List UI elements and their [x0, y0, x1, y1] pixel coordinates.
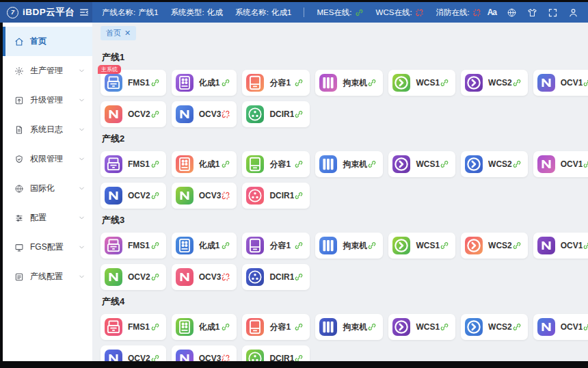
link-icon [221, 78, 230, 88]
tab-close-icon[interactable]: ✕ [124, 29, 131, 37]
card-grid: FMS1化成1分容1拘束机WCS1WCS2OCV1OCV2OCV3DCIR1 [101, 314, 580, 361]
link-broken-icon [221, 191, 230, 200]
fms-icon [105, 74, 122, 92]
card-label: DCIR1 [269, 191, 294, 200]
system-card-拘束机[interactable]: 拘束机 [315, 314, 383, 340]
link-icon [150, 78, 160, 88]
sidebar-collapse-icon[interactable] [79, 7, 90, 18]
system-card-WCS1[interactable]: WCS1 [388, 233, 455, 259]
sidebar-item-FGS配置[interactable]: FGS配置 [3, 233, 92, 262]
ocv-icon [537, 74, 555, 92]
language-globe-icon[interactable] [507, 8, 517, 18]
system-card-FMS1[interactable]: FMS1 [101, 151, 166, 177]
system-card-化成1[interactable]: 化成1 [172, 233, 237, 259]
sidebar-item-升级管理[interactable]: 升级管理 [3, 86, 92, 115]
system-card-OCV3[interactable]: OCV3 [172, 183, 237, 209]
info-label: 产线名称: [102, 8, 135, 18]
system-card-OCV3[interactable]: OCV3 [172, 264, 237, 290]
info-value: 化成1 [271, 8, 291, 18]
config-icon [14, 213, 24, 223]
system-card-化成1[interactable]: 化成1 [172, 314, 237, 340]
system-card-DCIR1[interactable]: DCIR1 [242, 264, 310, 290]
system-card-拘束机[interactable]: 拘束机 [315, 233, 383, 259]
fullscreen-icon[interactable] [548, 8, 558, 18]
wcs-icon [465, 237, 483, 254]
system-card-OCV2[interactable]: OCV2 [101, 183, 166, 209]
link-icon [512, 241, 522, 250]
link-icon [583, 159, 588, 169]
chevron-down-icon [78, 126, 85, 133]
sidebar-item-系统日志[interactable]: 系统日志 [3, 115, 92, 144]
capacity-icon [246, 318, 264, 336]
link-icon [221, 241, 230, 250]
system-card-分容1[interactable]: 分容1 [242, 233, 310, 259]
link-icon [440, 78, 449, 88]
restraint-icon [319, 74, 337, 92]
status-label: MES在线: [317, 8, 351, 18]
sidebar-item-生产管理[interactable]: 生产管理 [3, 56, 92, 86]
system-card-分容1[interactable]: 分容1 [242, 314, 310, 340]
link-icon [150, 159, 160, 169]
link-icon [150, 322, 160, 332]
sidebar-item-home[interactable]: 首页 [3, 27, 92, 56]
link-broken-icon [221, 354, 230, 361]
link-icon [294, 354, 304, 361]
system-card-OCV3[interactable]: OCV3 [172, 101, 237, 127]
font-size-button[interactable]: Aa [487, 8, 496, 18]
system-card-OCV1[interactable]: OCV1 [533, 70, 588, 96]
link-icon [294, 272, 304, 282]
card-label: WCS2 [488, 78, 512, 88]
system-card-WCS2[interactable]: WCS2 [461, 151, 528, 177]
formation-icon [176, 318, 193, 336]
system-card-OCV1[interactable]: OCV1 [533, 151, 588, 177]
system-card-WCS1[interactable]: WCS1 [388, 151, 455, 177]
system-card-化成1[interactable]: 化成1 [172, 70, 237, 96]
system-card-FMS1[interactable]: FMS1 [101, 314, 166, 340]
system-card-DCIR1[interactable]: DCIR1 [242, 183, 310, 209]
system-card-分容1[interactable]: 分容1 [242, 70, 310, 96]
sidebar-item-配置[interactable]: 配置 [3, 203, 92, 233]
system-card-FMS1[interactable]: FMS1 [101, 233, 166, 259]
ocv-icon [105, 187, 122, 205]
system-card-分容1[interactable]: 分容1 [242, 151, 310, 177]
system-card-拘束机[interactable]: 拘束机 [315, 151, 383, 177]
sidebar-item-国际化[interactable]: 国际化 [3, 174, 92, 203]
system-card-DCIR1[interactable]: DCIR1 [242, 101, 310, 127]
tab-home[interactable]: 首页 ✕ [101, 26, 136, 40]
theme-shirt-icon[interactable] [527, 8, 537, 18]
system-card-OCV1[interactable]: OCV1 [533, 233, 588, 259]
system-card-WCS1[interactable]: WCS1 [388, 314, 455, 340]
system-card-WCS2[interactable]: WCS2 [461, 314, 528, 340]
system-card-拘束机[interactable]: 拘束机 [315, 70, 383, 96]
system-card-OCV2[interactable]: OCV2 [101, 264, 166, 290]
system-card-WCS2[interactable]: WCS2 [461, 233, 528, 259]
system-card-OCV3[interactable]: OCV3 [172, 345, 237, 361]
system-card-WCS2[interactable]: WCS2 [461, 70, 528, 96]
ocv-icon [176, 105, 193, 123]
chevron-down-icon [78, 96, 85, 104]
status-label: 消防在线: [436, 8, 470, 18]
body-wrap: 首页生产管理升级管理系统日志权限管理国际化配置FGS配置产线配置 首页 ✕ 产线… [0, 23, 588, 361]
card-label: OCV1 [561, 159, 583, 169]
system-card-WCS1[interactable]: WCS1 [388, 70, 455, 96]
system-card-OCV2[interactable]: OCV2 [101, 345, 166, 361]
link-icon [221, 322, 230, 332]
system-card-OCV2[interactable]: OCV2 [101, 101, 166, 127]
wcs-icon [392, 155, 410, 173]
link-icon [294, 109, 304, 119]
top-header: 7 iBDP云平台 产线名称:产线1系统类型:化成系统名称:化成1MES在线:W… [0, 2, 588, 23]
system-card-DCIR1[interactable]: DCIR1 [242, 345, 310, 361]
system-card-FMS1[interactable]: 主系统FMS1 [101, 70, 166, 96]
link-icon [512, 322, 522, 332]
sidebar-item-权限管理[interactable]: 权限管理 [3, 144, 92, 174]
system-card-化成1[interactable]: 化成1 [172, 151, 237, 177]
user-icon[interactable] [568, 8, 578, 18]
card-label: 化成1 [199, 159, 222, 170]
card-label: 拘束机 [343, 159, 367, 170]
system-card-OCV1[interactable]: OCV1 [533, 314, 588, 340]
header-status-item: MES在线: [317, 8, 363, 18]
card-label: WCS2 [488, 241, 512, 250]
card-label: OCV3 [199, 109, 222, 119]
sidebar-item-产线配置[interactable]: 产线配置 [3, 262, 92, 291]
card-label: OCV2 [128, 109, 150, 119]
